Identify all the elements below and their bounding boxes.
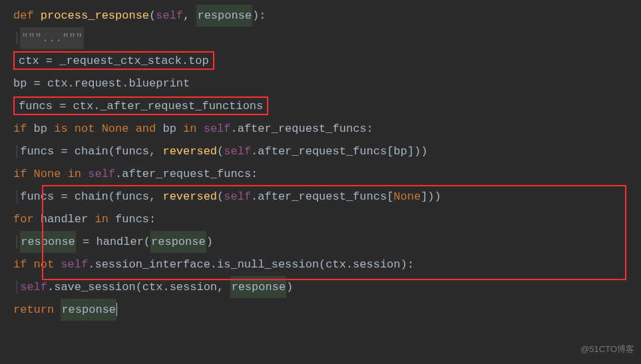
code-line[interactable]: if bp is not None and bp in self.after_r…	[13, 117, 641, 140]
code-line[interactable]: if None in self.after_request_funcs:	[13, 162, 641, 185]
docstring: """..."""	[20, 27, 84, 49]
highlight-box: funcs = ctx._after_request_functions	[13, 96, 268, 115]
code-line[interactable]: def process_response(self, response):	[13, 4, 641, 27]
code-line[interactable]: ctx = _request_ctx_stack.top	[13, 49, 641, 72]
code-line[interactable]: │ funcs = chain(funcs, reversed(self.aft…	[13, 140, 641, 162]
code-line[interactable]: │ self.save_session(ctx.session, respons…	[13, 275, 641, 298]
code-line[interactable]: │ """..."""	[13, 27, 641, 49]
function-name: process_response	[41, 5, 149, 27]
keyword-def: def	[13, 5, 34, 27]
code-line[interactable]: │ response = handler(response)	[13, 230, 641, 253]
code-line[interactable]: bp = ctx.request.blueprint	[13, 72, 641, 94]
code-line[interactable]: │ funcs = chain(funcs, reversed(self.aft…	[13, 185, 641, 208]
code-line[interactable]: return response	[13, 298, 641, 321]
text-cursor	[116, 303, 117, 316]
code-line[interactable]: for handler in funcs:	[13, 208, 641, 230]
code-line[interactable]: funcs = ctx._after_request_functions	[13, 94, 641, 117]
code-line[interactable]: if not self.session_interface.is_null_se…	[13, 253, 641, 275]
param-response: response	[196, 5, 252, 27]
highlight-box: ctx = _request_ctx_stack.top	[13, 51, 214, 70]
watermark: @51CTO博客	[580, 338, 634, 360]
self-param: self	[156, 5, 183, 27]
